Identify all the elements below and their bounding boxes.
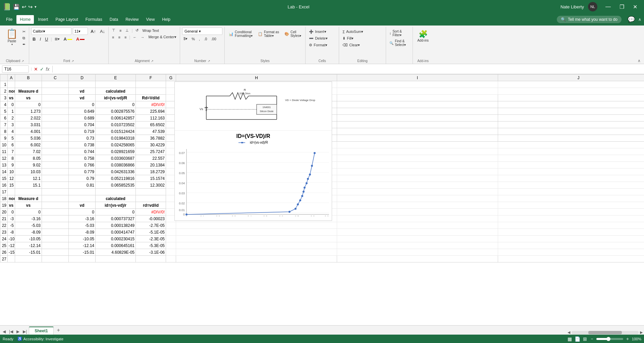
cell-8-9[interactable] [337, 128, 498, 135]
row-header-9[interactable]: 9 [0, 135, 8, 142]
row-header-10[interactable]: 10 [0, 142, 8, 148]
cell-14-1[interactable]: 10 [8, 168, 15, 175]
redo-icon[interactable]: ↪ [28, 4, 33, 10]
cell-26-1[interactable]: -15 [8, 249, 15, 256]
cell-4-4[interactable]: 0 [69, 101, 96, 108]
formula-input[interactable] [55, 66, 642, 72]
cell-3-5[interactable]: id=(vs-vd)/R [96, 95, 136, 101]
cell-10-4[interactable]: 0.738 [69, 142, 96, 148]
cell-6-1[interactable]: 2 [8, 115, 15, 121]
clear-button[interactable]: ⌫ Clear▾ [341, 42, 361, 48]
zoom-out-button[interactable]: － [590, 336, 594, 342]
cell-14-9[interactable] [337, 168, 498, 175]
cell-10-2[interactable]: 6.002 [15, 142, 42, 148]
cell-15-6[interactable]: 15.1574 [136, 175, 166, 182]
cell-20-1[interactable]: 0 [8, 209, 15, 215]
font-color-button[interactable]: A [75, 36, 86, 42]
cell-14-6[interactable]: 18.2729 [136, 168, 166, 175]
cell-16-10[interactable] [498, 182, 644, 189]
indent-increase-button[interactable]: → [139, 35, 146, 40]
merge-center-button[interactable]: Merge & Center▾ [147, 34, 178, 40]
underline-button[interactable]: U [44, 36, 49, 42]
cell-2-10[interactable] [498, 88, 644, 95]
row-header-16[interactable]: 16 [0, 182, 8, 189]
dollar-button[interactable]: $▾ [182, 36, 189, 42]
cell-20-3[interactable] [42, 209, 69, 215]
cell-23-4[interactable]: -8.09 [69, 229, 96, 236]
menu-home[interactable]: Home [16, 15, 34, 24]
cell-25-8[interactable] [176, 242, 337, 249]
cell-4-6[interactable]: #DIV/0! [136, 101, 166, 108]
cell-2-4[interactable]: vd [69, 88, 96, 95]
row-header-24[interactable]: 24 [0, 236, 8, 242]
cell-3-10[interactable] [498, 95, 644, 101]
cell-23-3[interactable] [42, 229, 69, 236]
cell-2-2[interactable]: Measure d [15, 88, 42, 95]
cell-25-10[interactable] [498, 242, 644, 249]
cell-8-2[interactable]: 4.001 [15, 128, 42, 135]
cell-1-9[interactable] [337, 81, 498, 88]
cell-24-3[interactable] [42, 236, 69, 242]
cell-22-2[interactable]: -5.03 [15, 222, 42, 229]
cell-15-5[interactable]: 0.052119816 [96, 175, 136, 182]
cell-9-9[interactable] [337, 135, 498, 142]
cell-26-6[interactable]: -3.1E-06 [136, 249, 166, 256]
cell-22-8[interactable] [176, 222, 337, 229]
cell-17-5[interactable] [96, 189, 136, 195]
cell-16-5[interactable]: 0.065852535 [96, 182, 136, 189]
cell-23-1[interactable]: -8 [8, 229, 15, 236]
cell-19-6[interactable]: rd=vd/id [136, 202, 166, 209]
cell-21-9[interactable] [337, 215, 498, 222]
row-header-6[interactable]: 6 [0, 115, 8, 121]
cell-26-5[interactable]: 4.60829E-05 [96, 249, 136, 256]
col-header-g[interactable]: G [166, 75, 176, 81]
cell-24-9[interactable] [337, 236, 498, 242]
row-header-1[interactable]: 1 [0, 81, 8, 88]
cell-26-8[interactable] [176, 249, 337, 256]
cell-18-6[interactable] [136, 195, 166, 202]
cell-17-1[interactable] [8, 189, 15, 195]
row-header-25[interactable]: 25 [0, 242, 8, 249]
cell-22-4[interactable]: -5.03 [69, 222, 96, 229]
customize-qat-icon[interactable]: ▾ [35, 5, 37, 9]
formula-cancel-icon[interactable]: ✕ [34, 66, 38, 72]
format-painter-button[interactable]: ✒ [21, 42, 27, 47]
cell-7-9[interactable] [337, 121, 498, 128]
cell-7-10[interactable] [498, 121, 644, 128]
cell-16-6[interactable]: 12.3002 [136, 182, 166, 189]
tab-scroll-end[interactable]: ▶| [21, 329, 28, 335]
add-sheet-button[interactable]: + [54, 326, 63, 335]
cell-8-4[interactable]: 0.719 [69, 128, 96, 135]
cell-5-2[interactable]: 1.273 [15, 108, 42, 115]
left-align-button[interactable]: ≡ [111, 35, 115, 40]
decimal-decrease-button[interactable]: .00 [210, 36, 217, 42]
cell-27-9[interactable] [337, 256, 498, 262]
cell-20-10[interactable] [498, 209, 644, 215]
cell-25-9[interactable] [337, 242, 498, 249]
cell-18-4[interactable] [69, 195, 96, 202]
cell-15-9[interactable] [337, 175, 498, 182]
cell-2-9[interactable] [337, 88, 498, 95]
cell-23-2[interactable]: -8.09 [15, 229, 42, 236]
cell-20-9[interactable] [337, 209, 498, 215]
cell-22-7[interactable] [166, 222, 176, 229]
cell-13-9[interactable] [337, 162, 498, 168]
cell-19-10[interactable] [498, 202, 644, 209]
row-header-11[interactable]: 11 [0, 148, 8, 155]
cell-19-9[interactable] [337, 202, 498, 209]
center-align-button[interactable]: ≡ [117, 35, 121, 40]
sheet-tab-1[interactable]: Sheet1 [29, 327, 53, 335]
cell-15-4[interactable]: 0.79 [69, 175, 96, 182]
cell-7-2[interactable]: 3.031 [15, 121, 42, 128]
font-size-box[interactable]: 11 ▾ [73, 28, 88, 35]
row-header-21[interactable]: 21 [0, 215, 8, 222]
cell-18-1[interactable]: nominal [8, 195, 15, 202]
cell-18-9[interactable] [337, 195, 498, 202]
row-header-4[interactable]: 4 [0, 101, 8, 108]
cell-7-3[interactable] [42, 121, 69, 128]
cell-2-1[interactable]: nominal [8, 88, 15, 95]
cell-7-6[interactable]: 65.6502 [136, 121, 166, 128]
cell-13-3[interactable] [42, 162, 69, 168]
cell-22-1[interactable]: -5 [8, 222, 15, 229]
fill-color-button[interactable]: A [62, 36, 73, 42]
